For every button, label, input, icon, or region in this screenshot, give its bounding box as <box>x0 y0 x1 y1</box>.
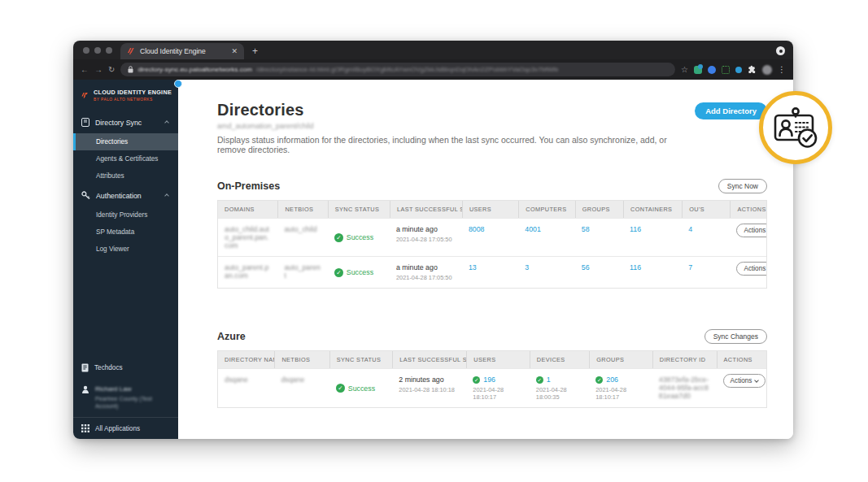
status-label: Success <box>348 384 375 393</box>
sync-timestamp: 2021-04-28 17:05:50 <box>396 274 456 281</box>
new-tab-button[interactable]: + <box>244 46 266 59</box>
url-path: /directoryInstance-Id.html.gORgmIBuyBOXg… <box>256 66 558 73</box>
palo-alto-logo-icon <box>81 89 89 102</box>
bookmark-star-icon[interactable]: ☆ <box>681 65 688 74</box>
nav-section-authentication[interactable]: Authentication <box>73 185 178 206</box>
tab-close-icon[interactable]: ✕ <box>231 47 238 55</box>
azure-section-title: Azure <box>217 331 246 342</box>
column-header: Sync Status <box>328 201 390 218</box>
column-header: Actions <box>717 351 766 368</box>
users-count-link[interactable]: 13 <box>462 257 518 288</box>
sidebar-collapse-badge-icon[interactable] <box>174 80 182 88</box>
reload-icon[interactable]: ↻ <box>108 66 115 74</box>
groups-count-link[interactable]: 56 <box>575 257 623 288</box>
sidebar-item-log-viewer[interactable]: Log Viewer <box>73 241 178 258</box>
computers-count-link[interactable]: 3 <box>518 257 574 288</box>
status-label: Success <box>347 268 373 276</box>
nav-section-directory-sync[interactable]: Directory Sync <box>73 111 178 133</box>
add-directory-button[interactable]: Add Directory <box>695 102 767 119</box>
window-controls[interactable] <box>73 47 120 59</box>
column-header: Groups <box>589 351 652 368</box>
id-badge-highlight <box>759 91 832 164</box>
actions-label: Actions <box>731 377 752 384</box>
containers-count-link[interactable]: 116 <box>623 257 682 288</box>
sync-status-cell: Success <box>328 257 390 288</box>
groups-count-link[interactable]: 206 <box>606 376 618 384</box>
extensions-row: ☆ ⋮ <box>681 65 786 75</box>
status-label: Success <box>347 233 373 241</box>
browser-tab[interactable]: Cloud Identity Engine ✕ <box>120 43 244 59</box>
sidebar-item-identity-providers[interactable]: Identity Providers <box>73 206 178 224</box>
sidebar-bottom: Techdocs Richard Law Peartree County (Te… <box>73 358 178 439</box>
user-account-name: Peartree County (Test Account) <box>95 395 170 410</box>
close-window-icon[interactable] <box>83 47 89 54</box>
sidebar: CLOUD IDENTITY ENGINE BY PALO ALTO NETWO… <box>73 80 178 439</box>
extensions-puzzle-icon[interactable] <box>748 65 757 74</box>
extension-icon[interactable] <box>735 67 742 73</box>
onprem-section-title: On-Premises <box>217 180 280 192</box>
browser-menu-icon[interactable]: ⋮ <box>778 65 786 74</box>
page-header: Directories amd_automation_parent/child … <box>217 101 767 154</box>
actions-button[interactable]: Actions <box>736 262 765 276</box>
back-icon[interactable]: ← <box>81 66 89 74</box>
users-count-link[interactable]: 196 <box>483 376 495 384</box>
ous-count-link[interactable]: 4 <box>682 219 730 256</box>
sidebar-item-attributes[interactable]: Attributes <box>73 167 178 185</box>
extension-icon[interactable] <box>694 66 702 74</box>
sidebar-item-all-applications[interactable]: All Applications <box>73 417 178 439</box>
last-sync-cell: a minute ago 2021-04-28 17:05:50 <box>390 257 462 288</box>
actions-button[interactable]: Actions <box>736 224 765 237</box>
azure-table: Directory Name NetBIOS Sync Status Last … <box>217 350 767 408</box>
devices-count-link[interactable]: 1 <box>547 376 551 384</box>
column-header: Computers <box>518 201 574 218</box>
onprem-table: Domains NetBIOS Sync Status Last Success… <box>217 200 767 289</box>
app-title: CLOUD IDENTITY ENGINE <box>94 89 172 96</box>
success-check-icon <box>334 268 343 277</box>
app-body: CLOUD IDENTITY ENGINE BY PALO ALTO NETWO… <box>73 80 793 439</box>
nav-section-label: Authentication <box>96 192 142 200</box>
groups-cell: 206 2021-04-28 18:10:17 <box>589 369 652 407</box>
sidebar-item-directories[interactable]: Directories <box>73 133 178 150</box>
sync-relative-time: 2 minutes ago <box>399 376 460 384</box>
extension-icon[interactable] <box>708 66 716 74</box>
sync-changes-button[interactable]: Sync Changes <box>704 329 767 344</box>
tab-title: Cloud Identity Engine <box>140 47 226 55</box>
containers-count-link[interactable]: 116 <box>623 219 682 256</box>
actions-cell: Actions <box>730 219 765 256</box>
computers-count-link[interactable]: 4001 <box>518 219 574 256</box>
azure-table-header: Directory Name NetBIOS Sync Status Last … <box>218 351 766 368</box>
actions-button[interactable]: Actions <box>723 374 766 388</box>
address-bar[interactable]: directory-sync.eu.paloaltonetworks.com /… <box>120 63 675 76</box>
success-check-icon <box>336 384 345 393</box>
users-count-link[interactable]: 8008 <box>462 219 518 256</box>
devices-cell: 1 2021-04-28 18:00:35 <box>530 369 589 407</box>
sync-timestamp: 2021-04-28 17:05:50 <box>396 236 456 243</box>
table-row: auto_child.auto_parent.pan.com auto_chil… <box>218 218 766 256</box>
app-logo: CLOUD IDENTITY ENGINE BY PALO ALTO NETWO… <box>73 80 178 111</box>
users-cell: 196 2021-04-28 18:10:17 <box>466 369 530 407</box>
extension-icon[interactable] <box>722 66 730 74</box>
sync-now-button[interactable]: Sync Now <box>718 179 767 193</box>
browser-profile-avatar[interactable] <box>762 65 772 75</box>
url-host: directory-sync.eu.paloaltonetworks.com <box>137 66 252 73</box>
actions-label: Actions <box>744 227 765 234</box>
netbios-cell: auto_parent <box>277 257 327 288</box>
tab-search-icon[interactable] <box>776 46 785 55</box>
chevron-down-icon <box>755 378 760 383</box>
sidebar-item-sp-metadata[interactable]: SP Metadata <box>73 224 178 241</box>
sidebar-item-techdocs[interactable]: Techdocs <box>73 358 178 378</box>
maximize-window-icon[interactable] <box>106 47 112 54</box>
table-row: dsqane dsqane Success 2 minutes ago 2021… <box>218 368 766 407</box>
browser-toolbar: ← → ↻ directory-sync.eu.paloaltonetworks… <box>73 59 793 80</box>
sidebar-item-agents-certificates[interactable]: Agents & Certificates <box>73 150 178 167</box>
column-header: Last Successful Sync <box>392 351 466 368</box>
netbios-cell: dsqane <box>274 369 329 407</box>
column-header: Last Successful Sync <box>390 201 462 218</box>
ous-count-link[interactable]: 7 <box>682 257 730 288</box>
page-subtitle: amd_automation_parent/child <box>217 122 695 130</box>
user-account-block[interactable]: Richard Law Peartree County (Test Accoun… <box>73 378 178 417</box>
minimize-window-icon[interactable] <box>94 47 101 54</box>
forward-icon[interactable]: → <box>94 66 103 74</box>
groups-count-link[interactable]: 58 <box>575 219 623 256</box>
onprem-section: On-Premises Sync Now Domains NetBIOS Syn… <box>217 179 767 289</box>
